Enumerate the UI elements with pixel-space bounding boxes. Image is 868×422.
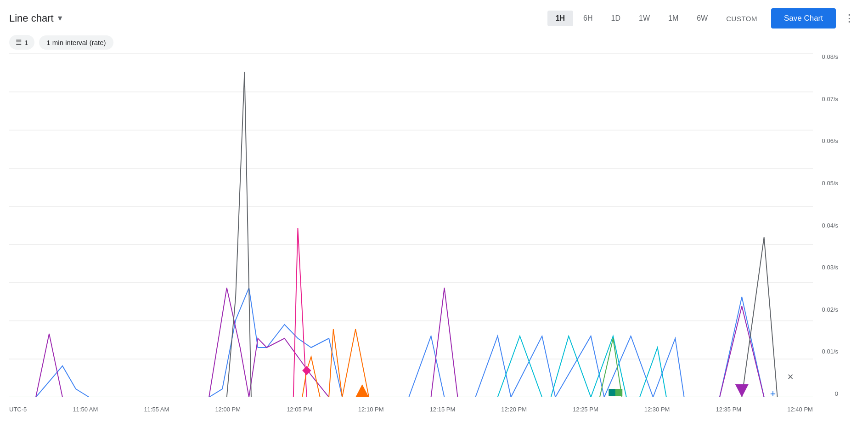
x-label-utc: UTC-5 [9, 406, 27, 413]
time-btn-1m[interactable]: 1M [660, 11, 687, 26]
triangle-up-marker [735, 384, 749, 397]
filter-count: 1 [24, 39, 28, 46]
more-options-button[interactable]: ⋮ [840, 9, 859, 28]
sub-controls: ☰ 1 1 min interval (rate) [0, 33, 868, 53]
interval-button[interactable]: 1 min interval (rate) [39, 35, 113, 50]
y-label-0: 0 [815, 390, 840, 397]
y-label-004: 0.04/s [815, 222, 840, 229]
x-marker: ✕ [787, 372, 794, 382]
square-marker-1 [609, 389, 615, 396]
chart-title-text: Line chart [9, 12, 54, 24]
y-label-003: 0.03/s [815, 264, 840, 271]
chart-container: + ✕ 0 0.01/s 0.02/s 0.03/s 0.04/s 0.05/s… [9, 53, 840, 416]
x-label-1200: 12:00 PM [215, 406, 241, 413]
y-label-001: 0.01/s [815, 348, 840, 355]
time-btn-custom[interactable]: CUSTOM [718, 11, 766, 26]
x-label-1240: 12:40 PM [787, 406, 813, 413]
time-btn-6w[interactable]: 6W [688, 11, 716, 26]
square-marker-2 [615, 389, 622, 396]
y-label-005: 0.05/s [815, 180, 840, 187]
time-btn-1h[interactable]: 1H [547, 11, 573, 26]
x-label-1220: 12:20 PM [501, 406, 527, 413]
x-label-1235: 12:35 PM [716, 406, 742, 413]
x-label-1210: 12:10 PM [358, 406, 384, 413]
filter-button[interactable]: ☰ 1 [9, 35, 34, 50]
y-label-002: 0.02/s [815, 306, 840, 313]
plus-marker: + [770, 388, 776, 397]
y-axis-labels: 0 0.01/s 0.02/s 0.03/s 0.04/s 0.05/s 0.0… [815, 53, 840, 397]
dropdown-arrow-icon: ▼ [56, 14, 64, 23]
chart-area: + ✕ 0 0.01/s 0.02/s 0.03/s 0.04/s 0.05/s… [0, 53, 868, 416]
x-label-1150: 11:50 AM [73, 406, 98, 413]
x-label-1225: 12:25 PM [573, 406, 598, 413]
chart-title-dropdown[interactable]: Line chart ▼ [9, 12, 63, 24]
y-label-008: 0.08/s [815, 53, 840, 60]
x-label-1215: 12:15 PM [430, 406, 456, 413]
time-controls: 1H 6H 1D 1W 1M 6W CUSTOM Save Chart ⋮ [547, 8, 859, 29]
y-label-007: 0.07/s [815, 96, 840, 103]
x-axis-labels: UTC-5 11:50 AM 11:55 AM 12:00 PM 12:05 P… [9, 403, 813, 416]
time-btn-1w[interactable]: 1W [631, 11, 658, 26]
time-btn-6h[interactable]: 6H [575, 11, 601, 26]
filter-icon: ☰ [16, 38, 22, 46]
chart-svg: + ✕ [9, 53, 813, 397]
x-label-1155: 11:55 AM [144, 406, 169, 413]
x-label-1205: 12:05 PM [287, 406, 312, 413]
x-label-1230: 12:30 PM [644, 406, 670, 413]
header: Line chart ▼ 1H 6H 1D 1W 1M 6W CUSTOM Sa… [0, 0, 868, 33]
save-chart-button[interactable]: Save Chart [771, 8, 836, 29]
y-label-006: 0.06/s [815, 137, 840, 144]
time-btn-1d[interactable]: 1D [603, 11, 629, 26]
